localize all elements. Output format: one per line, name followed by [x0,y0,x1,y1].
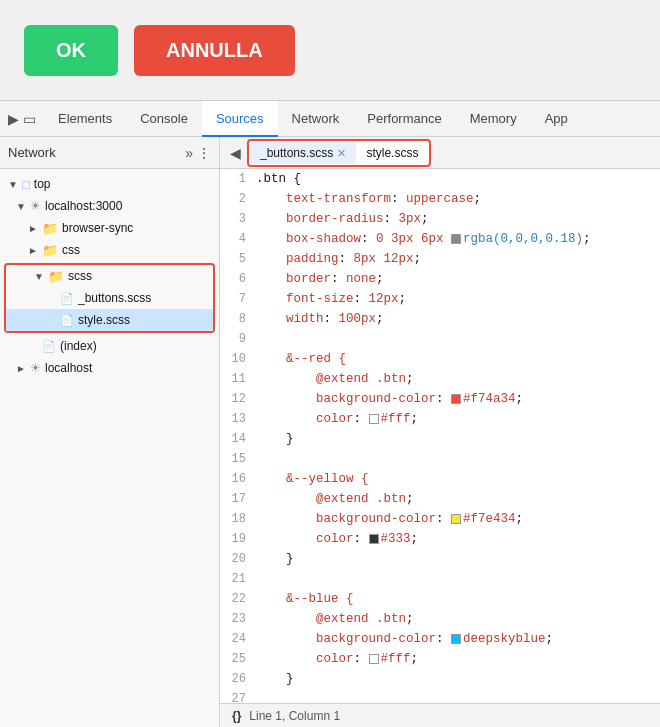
left-panel-header: Network » ⋮ [0,137,219,169]
editor-tab-buttons-scss[interactable]: _buttons.scss ✕ [250,142,356,164]
tree-label-index: (index) [60,339,97,353]
code-line-16: 16 &--yellow { [220,469,660,489]
code-line-24: 24 background-color: deepskyblue; [220,629,660,649]
left-nav-tree: ▼ □ top ▼ ☀ localhost:3000 ► 📁 browser-s… [0,169,219,727]
tree-item-buttons-scss[interactable]: 📄 _buttons.scss [6,287,213,309]
left-panel: Network » ⋮ ▼ □ top ▼ ☀ localhost:3000 [0,137,220,727]
devtools-body: Network » ⋮ ▼ □ top ▼ ☀ localhost:3000 [0,137,660,727]
code-line-19: 19 color: #333; [220,529,660,549]
status-bar: {} Line 1, Column 1 [220,703,660,727]
device-icon[interactable]: ▭ [23,111,36,127]
tab-label-style-scss: style.scss [366,142,418,164]
right-panel: ◀ _buttons.scss ✕ style.scss 1 .btn { [220,137,660,727]
code-line-5: 5 padding: 8px 12px; [220,249,660,269]
folder-icon-scss: 📁 [48,269,64,284]
code-line-11: 11 @extend .btn; [220,369,660,389]
file-icon-buttons-scss: 📄 [60,292,74,305]
editor-tab-style-scss[interactable]: style.scss [356,142,428,164]
tree-arrow-css: ► [28,245,38,256]
tree-label-scss: scss [68,269,92,283]
editor-tabs: ◀ _buttons.scss ✕ style.scss [220,137,660,169]
code-line-20: 20 } [220,549,660,569]
highlight-box-scss: ▼ 📁 scss 📄 _buttons.scss 📄 style.scss [4,263,215,333]
tree-label-localhost: localhost [45,361,92,375]
tree-label-buttons-scss: _buttons.scss [78,291,151,305]
file-icon-style-scss: 📄 [60,314,74,327]
tree-label-localhost3000: localhost:3000 [45,199,122,213]
code-line-9: 9 [220,329,660,349]
tree-item-localhost3000[interactable]: ▼ ☀ localhost:3000 [0,195,219,217]
code-line-8: 8 width: 100px; [220,309,660,329]
code-line-14: 14 } [220,429,660,449]
tab-app[interactable]: App [531,101,582,137]
annulla-button[interactable]: ANNULLA [134,25,295,76]
code-line-23: 23 @extend .btn; [220,609,660,629]
chevron-right-icon: » [185,145,193,161]
editor-tabs-inner: _buttons.scss ✕ style.scss [247,139,431,167]
inspect-icon[interactable]: ▶ [8,111,19,127]
code-line-6: 6 border: none; [220,269,660,289]
tab-elements[interactable]: Elements [44,101,126,137]
tree-item-style-scss[interactable]: 📄 style.scss [6,309,213,331]
folder-icon-css: 📁 [42,243,58,258]
devtools-controls: ▶ ▭ [8,111,36,127]
tree-arrow-localhost2: ► [16,363,26,374]
tab-sources[interactable]: Sources [202,101,278,137]
code-line-21: 21 [220,569,660,589]
folder-icon-top: □ [22,177,30,192]
tree-label-style-scss: style.scss [78,313,130,327]
network-label: Network [8,145,56,160]
tree-arrow-index [28,341,38,352]
tree-label-top: top [34,177,51,191]
tab-close-buttons-scss[interactable]: ✕ [337,142,346,164]
code-line-12: 12 background-color: #f74a34; [220,389,660,409]
tree-item-top[interactable]: ▼ □ top [0,173,219,195]
tree-arrow-scss: ▼ [34,271,44,282]
tab-console[interactable]: Console [126,101,202,137]
code-line-10: 10 &--red { [220,349,660,369]
code-line-17: 17 @extend .btn; [220,489,660,509]
devtools-tabbar: ▶ ▭ Elements Console Sources Network Per… [0,101,660,137]
tree-arrow-top: ▼ [8,179,18,190]
menu-icon[interactable]: ⋮ [197,145,211,161]
tree-item-scss[interactable]: ▼ 📁 scss [6,265,213,287]
tree-arrow-buttons-scss [46,293,56,304]
code-line-25: 25 color: #fff; [220,649,660,669]
cloud-icon-localhost: ☀ [30,199,41,213]
code-line-26: 26 } [220,669,660,689]
file-icon-index: 📄 [42,340,56,353]
tree-arrow-localhost: ▼ [16,201,26,212]
tree-item-localhost[interactable]: ► ☀ localhost [0,357,219,379]
status-text: Line 1, Column 1 [249,709,340,723]
code-line-13: 13 color: #fff; [220,409,660,429]
tab-label-buttons-scss: _buttons.scss [260,142,333,164]
code-line-3: 3 border-radius: 3px; [220,209,660,229]
status-braces: {} [232,709,241,723]
tree-label-browser-sync: browser-sync [62,221,133,235]
ok-button[interactable]: OK [24,25,118,76]
nav-back-button[interactable]: ◀ [224,145,247,161]
code-line-27: 27 [220,689,660,703]
folder-icon-browser-sync: 📁 [42,221,58,236]
tree-item-index[interactable]: 📄 (index) [0,335,219,357]
top-area: OK ANNULLA [0,0,660,100]
tree-item-css[interactable]: ► 📁 css [0,239,219,261]
code-line-22: 22 &--blue { [220,589,660,609]
code-line-18: 18 background-color: #f7e434; [220,509,660,529]
code-line-15: 15 [220,449,660,469]
tree-item-browser-sync[interactable]: ► 📁 browser-sync [0,217,219,239]
devtools-panel: ▶ ▭ Elements Console Sources Network Per… [0,100,660,727]
tab-performance[interactable]: Performance [353,101,455,137]
tree-arrow-style-scss [46,315,56,326]
tab-memory[interactable]: Memory [456,101,531,137]
code-line-1: 1 .btn { [220,169,660,189]
code-line-2: 2 text-transform: uppercase; [220,189,660,209]
panel-more-icon[interactable]: » ⋮ [185,145,211,161]
tab-network[interactable]: Network [278,101,354,137]
tree-label-css: css [62,243,80,257]
cloud-icon-localhost2: ☀ [30,361,41,375]
code-line-7: 7 font-size: 12px; [220,289,660,309]
code-line-4: 4 box-shadow: 0 3px 6px rgba(0,0,0,0.18)… [220,229,660,249]
tree-arrow-browser-sync: ► [28,223,38,234]
code-area[interactable]: 1 .btn { 2 text-transform: uppercase; 3 … [220,169,660,703]
